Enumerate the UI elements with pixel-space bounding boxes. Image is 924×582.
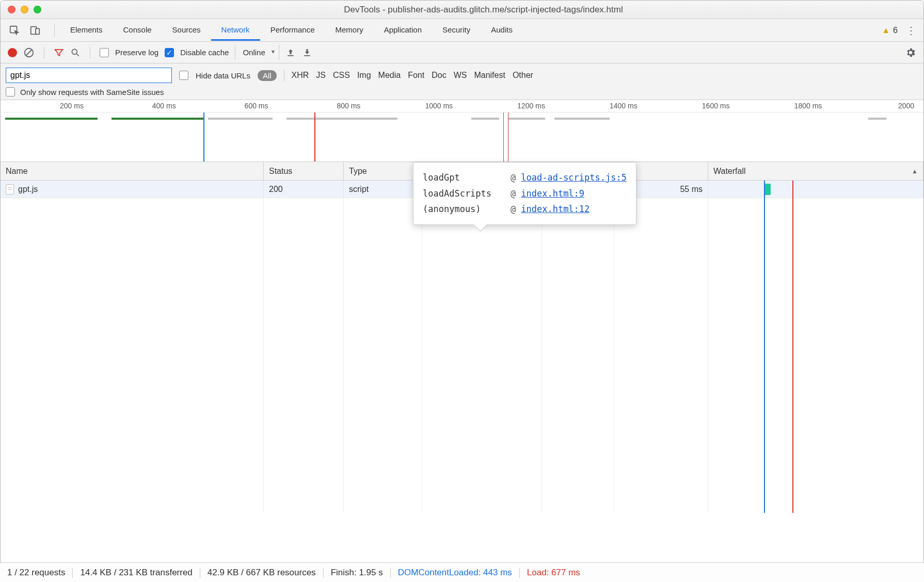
tab-sources[interactable]: Sources (162, 20, 211, 41)
stack-link[interactable]: index.html:9 (521, 186, 584, 202)
stack-frame: loadGpt @ load-ad-scripts.js:5 (423, 170, 627, 186)
device-toolbar-icon[interactable] (28, 24, 42, 37)
timeline-tick: 1600 ms (702, 102, 730, 110)
svg-line-4 (26, 50, 32, 55)
timeline-tick: 600 ms (245, 102, 268, 110)
warning-icon: ▲ (882, 26, 890, 35)
header-name[interactable]: Name (1, 162, 264, 180)
filter-type-js[interactable]: JS (316, 71, 326, 80)
panel-tabs: Elements Console Sources Network Perform… (60, 20, 523, 41)
tab-console[interactable]: Console (113, 20, 162, 41)
filter-input[interactable] (6, 68, 172, 83)
inspect-element-icon[interactable] (8, 24, 21, 37)
header-waterfall[interactable]: Waterfall▲ (708, 162, 923, 180)
devtools-tabstrip: Elements Console Sources Network Perform… (1, 19, 923, 42)
preserve-log-checkbox[interactable] (100, 48, 109, 57)
timeline-tick: 1800 ms (794, 102, 822, 110)
disable-cache-label: Disable cache (180, 48, 229, 57)
filter-type-manifest[interactable]: Manifest (474, 71, 505, 80)
samesite-label: Only show requests with SameSite issues (20, 88, 164, 96)
cell-status: 200 (269, 185, 283, 194)
cell-type: script (349, 185, 369, 194)
throttling-value: Online (243, 48, 265, 57)
filter-type-doc[interactable]: Doc (432, 71, 446, 80)
hide-data-urls-label: Hide data URLs (196, 71, 250, 80)
stack-fn: (anonymous) (423, 201, 505, 217)
stack-fn: loadAdScripts (423, 186, 505, 202)
status-resources: 42.9 KB / 667 KB resources (200, 568, 324, 578)
header-status[interactable]: Status (264, 162, 344, 180)
filter-type-css[interactable]: CSS (333, 71, 350, 80)
cell-time: 55 ms (680, 185, 703, 194)
cell-name: gpt.js (18, 185, 38, 194)
tab-security[interactable]: Security (432, 20, 481, 41)
window-title: DevTools - publisher-ads-audits.glitch.m… (51, 5, 916, 15)
header-type[interactable]: Type (344, 162, 422, 180)
tab-application[interactable]: Application (374, 20, 432, 41)
timeline-tick: 400 ms (152, 102, 176, 110)
svg-rect-2 (36, 28, 39, 34)
filter-type-other[interactable]: Other (513, 71, 533, 80)
svg-line-6 (77, 54, 79, 56)
record-button[interactable] (8, 48, 17, 57)
status-bar: 1 / 22 requests 14.4 KB / 231 KB transfe… (0, 562, 924, 582)
preserve-log-label: Preserve log (115, 48, 158, 57)
filter-type-media[interactable]: Media (378, 71, 401, 80)
filter-type-img[interactable]: Img (357, 71, 371, 80)
timeline-tick: 1000 ms (425, 102, 453, 110)
stack-frame: loadAdScripts @ index.html:9 (423, 186, 627, 202)
hide-data-urls-checkbox[interactable] (179, 71, 188, 80)
svg-point-5 (72, 49, 77, 54)
stack-fn: loadGpt (423, 170, 505, 186)
search-icon[interactable] (70, 47, 81, 58)
timeline-tick: 200 ms (60, 102, 84, 110)
network-toolbar: Preserve log ✓ Disable cache Online (1, 42, 923, 63)
clear-button[interactable] (23, 47, 35, 58)
throttling-select[interactable]: Online (235, 45, 279, 60)
tab-memory[interactable]: Memory (325, 20, 374, 41)
tab-audits[interactable]: Audits (481, 20, 523, 41)
more-menu-icon[interactable]: ⋮ (906, 24, 916, 37)
filter-icon[interactable] (54, 47, 64, 58)
stack-link[interactable]: index.html:12 (521, 201, 590, 217)
file-icon (6, 184, 14, 195)
sort-indicator-icon: ▲ (912, 168, 918, 175)
timeline-tick: 800 ms (337, 102, 360, 110)
timeline-tick: 1200 ms (517, 102, 545, 110)
stack-link[interactable]: load-ad-scripts.js:5 (521, 170, 627, 186)
disable-cache-checkbox[interactable]: ✓ (165, 48, 174, 57)
filter-bar: Hide data URLs All XHR JS CSS Img Media … (1, 63, 923, 100)
warning-count[interactable]: ▲ 6 (882, 26, 898, 35)
timeline-tick: 2000 (898, 102, 914, 110)
status-domcontentloaded: DOMContentLoaded: 443 ms (391, 568, 520, 578)
filter-type-ws[interactable]: WS (454, 71, 467, 80)
filter-type-font[interactable]: Font (408, 71, 424, 80)
tab-network[interactable]: Network (211, 20, 260, 41)
window-minimize-icon[interactable] (21, 6, 28, 13)
samesite-checkbox[interactable] (6, 87, 15, 96)
filter-type-all[interactable]: All (258, 70, 277, 81)
warning-count-value: 6 (893, 26, 898, 35)
window-zoom-icon[interactable] (34, 6, 41, 13)
status-load: Load: 677 ms (520, 568, 587, 578)
filter-type-xhr[interactable]: XHR (292, 71, 309, 80)
network-overview[interactable]: 200 ms 400 ms 600 ms 800 ms 1000 ms 1200… (1, 100, 923, 162)
initiator-stack-tooltip: loadGpt @ load-ad-scripts.js:5 loadAdScr… (413, 162, 636, 225)
window-close-icon[interactable] (8, 6, 15, 13)
status-requests: 1 / 22 requests (7, 568, 73, 578)
titlebar: DevTools - publisher-ads-audits.glitch.m… (1, 1, 923, 19)
settings-icon[interactable] (905, 47, 916, 58)
tab-performance[interactable]: Performance (260, 20, 325, 41)
stack-frame: (anonymous) @ index.html:12 (423, 201, 627, 217)
status-transferred: 14.4 KB / 231 KB transferred (73, 568, 200, 578)
status-finish: Finish: 1.95 s (324, 568, 391, 578)
upload-har-icon[interactable] (285, 47, 296, 58)
download-har-icon[interactable] (302, 47, 312, 58)
timeline-tick: 1400 ms (610, 102, 638, 110)
tab-elements[interactable]: Elements (60, 20, 113, 41)
